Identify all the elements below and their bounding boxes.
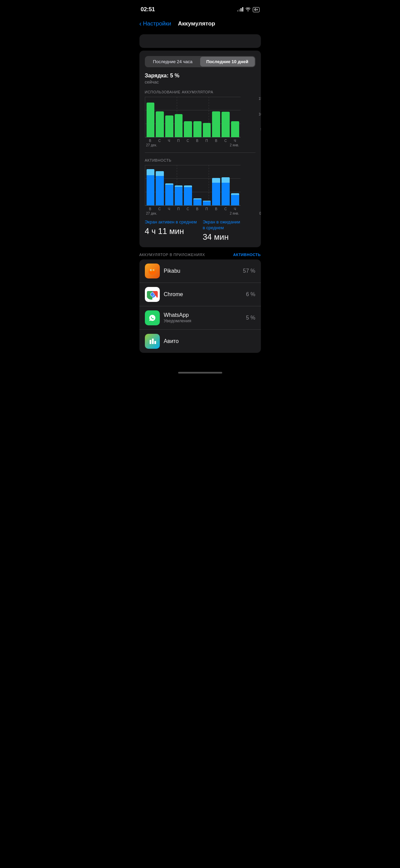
- battery-chart-area: [145, 97, 241, 138]
- avito-icon: [145, 334, 160, 349]
- apps-header-action[interactable]: АКТИВНОСТЬ: [233, 253, 261, 257]
- activity-bar: [212, 165, 220, 205]
- activity-bar: [193, 165, 202, 205]
- battery-day-label: С: [184, 139, 192, 143]
- activity-bar: [184, 165, 192, 205]
- battery-day-label: С: [155, 139, 164, 143]
- battery-y-label: 50 %: [259, 128, 261, 131]
- screen-wait-label: Экран в ожиданиив среднем: [203, 219, 255, 231]
- status-icons: 4+: [237, 7, 259, 12]
- svg-point-6: [153, 270, 154, 270]
- whatsapp-info: WhatsApp Уведомления: [164, 312, 242, 323]
- whatsapp-name: WhatsApp: [164, 312, 242, 318]
- app-row-pikabu[interactable]: Pikabu 57 %: [139, 259, 261, 283]
- whatsapp-percent: 5 %: [246, 315, 255, 321]
- svg-point-5: [151, 270, 151, 270]
- back-chevron-icon: ‹: [139, 20, 142, 28]
- battery-day-label: В: [212, 139, 220, 143]
- battery-day-label: Ч: [165, 139, 173, 143]
- activity-day-label: С: [155, 207, 164, 211]
- activity-y-label: 3 ч: [259, 196, 261, 200]
- battery-date-right: 2 янв.: [230, 143, 239, 147]
- scroll-content: Последние 24 часа Последние 10 дней Заря…: [134, 51, 266, 369]
- pikabu-info: Pikabu: [164, 268, 239, 274]
- app-row-avito[interactable]: Авито: [139, 330, 261, 353]
- svg-rect-12: [150, 340, 151, 344]
- battery-bar: [203, 97, 211, 137]
- activity-day-label: В: [212, 207, 220, 211]
- pikabu-name: Pikabu: [164, 268, 239, 274]
- screen-active-value: 4 ч 11 мин: [145, 227, 197, 236]
- screen-wait-stat: Экран в ожиданиив среднем 34 мин: [203, 219, 255, 242]
- battery-bar: [156, 97, 164, 137]
- chrome-percent: 6 %: [246, 291, 255, 297]
- activity-dates: 27 дек. 2 янв.: [145, 212, 241, 215]
- battery-bar: [175, 97, 183, 137]
- svg-rect-13: [152, 339, 154, 344]
- page-title: Аккумулятор: [178, 20, 215, 27]
- battery-bar: [184, 97, 192, 137]
- segment-control[interactable]: Последние 24 часа Последние 10 дней: [145, 56, 255, 67]
- battery-icon: 4+: [253, 7, 259, 12]
- back-button[interactable]: ‹ Настройки: [139, 20, 171, 28]
- activity-bar: [203, 165, 211, 205]
- screen-active-label: Экран активен в среднем: [145, 219, 197, 225]
- activity-day-label: В: [193, 207, 201, 211]
- battery-y-labels: 150 %100 %50 %0 %: [259, 97, 261, 147]
- activity-day-label: П: [203, 207, 211, 211]
- whatsapp-sublabel: Уведомления: [164, 318, 242, 323]
- activity-day-label: П: [174, 207, 183, 211]
- battery-dates: 27 дек. 2 янв.: [145, 143, 241, 147]
- app-row-chrome[interactable]: Chrome 6 %: [139, 283, 261, 306]
- activity-y-label: 9 ч: [259, 165, 261, 169]
- activity-day-label: Ч: [165, 207, 173, 211]
- battery-bar: [222, 97, 230, 137]
- signal-icon: [237, 7, 243, 12]
- activity-chart-area: [145, 165, 241, 206]
- chrome-name: Chrome: [164, 291, 242, 297]
- battery-chart-title: ИСПОЛЬЗОВАНИЕ АККУМУЛЯТОРА: [145, 90, 255, 94]
- battery-y-label: 0 %: [259, 143, 261, 147]
- apps-header: АККУМУЛЯТОР В ПРИЛОЖЕНИЯХ АКТИВНОСТЬ: [139, 250, 261, 259]
- battery-y-label: 150 %: [259, 97, 261, 101]
- activity-bar: [165, 165, 173, 205]
- activity-bars: [145, 165, 241, 205]
- status-bar: 02:51 4+: [134, 0, 266, 17]
- activity-y-label: 0 мин: [259, 212, 261, 215]
- battery-bar: [165, 97, 173, 137]
- app-row-whatsapp[interactable]: WhatsApp Уведомления 5 %: [139, 306, 261, 330]
- battery-chart-outer: ВСЧПСВПВСЧ 27 дек. 2 янв. 150 %100 %50 %…: [145, 97, 255, 147]
- battery-day-label: В: [146, 139, 154, 143]
- apps-section: АККУМУЛЯТОР В ПРИЛОЖЕНИЯХ АКТИВНОСТЬ: [139, 250, 261, 353]
- avito-info: Авито: [164, 338, 251, 344]
- charge-label: Зарядка: 5 %: [145, 73, 255, 79]
- wifi-icon: [245, 7, 251, 12]
- screen-active-stat: Экран активен в среднем 4 ч 11 мин: [145, 219, 197, 242]
- avito-name: Авито: [164, 338, 251, 344]
- battery-y-label: 100 %: [259, 112, 261, 116]
- segment-24h[interactable]: Последние 24 часа: [146, 57, 200, 67]
- chrome-icon: [145, 287, 160, 302]
- battery-day-label: В: [193, 139, 201, 143]
- battery-date-left: 27 дек.: [146, 143, 157, 147]
- nav-bar: ‹ Настройки Аккумулятор: [134, 17, 266, 32]
- app-list: Pikabu 57 %: [139, 259, 261, 353]
- activity-day-label: С: [222, 207, 230, 211]
- partial-card: [139, 34, 261, 48]
- chrome-info: Chrome: [164, 291, 242, 297]
- svg-point-10: [151, 293, 154, 296]
- activity-bar: [147, 165, 155, 205]
- activity-day-label: Ч: [231, 207, 239, 211]
- screen-wait-value: 34 мин: [203, 232, 255, 242]
- battery-day-label: П: [174, 139, 183, 143]
- activity-chart-outer: ВСЧПСВПВСЧ 27 дек. 2 янв. 9 ч6 ч3 ч0 мин: [145, 165, 255, 215]
- battery-chart-section: ИСПОЛЬЗОВАНИЕ АККУМУЛЯТОРА: [145, 90, 255, 147]
- pikabu-percent: 57 %: [243, 268, 255, 274]
- segment-10d[interactable]: Последние 10 дней: [200, 57, 255, 67]
- battery-bar: [147, 97, 155, 137]
- whatsapp-icon: [145, 310, 160, 325]
- battery-day-label: П: [203, 139, 211, 143]
- activity-date-left: 27 дек.: [146, 212, 157, 215]
- battery-bar: [193, 97, 202, 137]
- activity-bar: [175, 165, 183, 205]
